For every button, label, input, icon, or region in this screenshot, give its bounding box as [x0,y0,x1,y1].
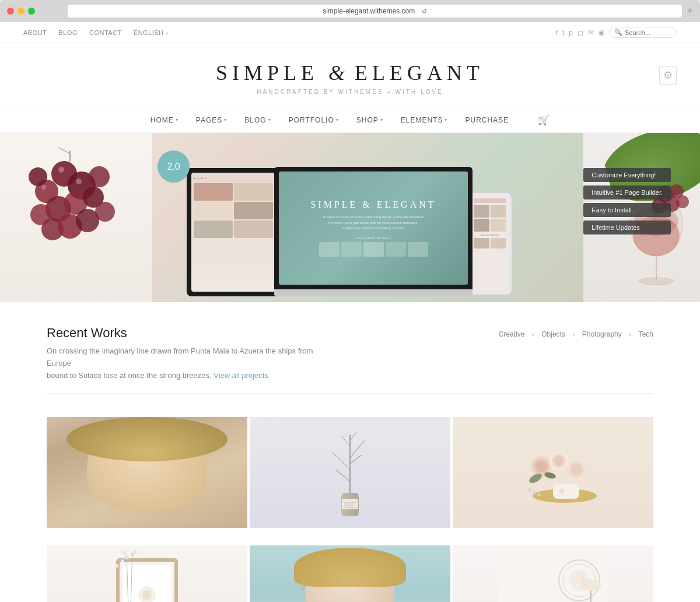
section-description: On crossing the imaginary line drawn fro… [47,345,327,382]
language-dropdown-icon: ▾ [166,31,169,36]
close-button[interactable] [7,8,14,15]
laptop-thumb [408,242,428,257]
nav-home[interactable]: HOME ▾ [150,116,178,124]
feature-tag-updates: Lifetime Updates [583,220,671,235]
pinterest-icon[interactable]: p [569,29,573,37]
tablet-grid-item [194,220,233,238]
browser-window: simple-elegant.withemes.com ↺ + [0,0,700,22]
site-tagline: HANDCRAFTED BY WITHEMES – WITH LOVE [23,89,677,95]
filter-photography[interactable]: Photography [582,330,622,338]
laptop-base [274,289,473,296]
phone-screen: Recent Works [472,197,508,291]
laptop-screen-wrap: SIMPLE & ELEGANT At night the body of cl… [274,167,473,289]
cart-icon[interactable]: 🛒 [538,114,550,125]
phone-header [474,198,506,203]
tablet-mockup: ● ● ● ● [187,168,280,296]
filter-creative[interactable]: Creative [499,330,525,338]
top-bar: ABOUT BLOG CONTACT ENGLISH ▾ f t p ◻ ✉ ◉… [0,22,700,43]
main-nav: HOME ▾ PAGES ▾ BLOG ▾ PORTFOLIO ▾ SHOP ▾… [0,107,700,133]
phone-grid-item-sm [491,238,506,249]
laptop-thumb [386,242,406,257]
traffic-lights [7,8,35,15]
phone-mockup: Recent Works [467,191,513,296]
portfolio-item-6[interactable] [453,545,653,602]
tablet-grid-item [234,202,273,219]
nav-purchase[interactable]: PURCHASE [465,116,509,124]
shop-dropdown-arrow: ▾ [380,117,383,123]
portfolio-row-2 [0,545,700,602]
feature-tag-builder: Intuitive #1 Page Builder. [583,186,671,200]
elements-dropdown-arrow: ▾ [444,117,447,123]
phone-grid-item [491,219,506,232]
phone-grid-item [474,205,489,218]
version-badge: 2.0 [158,150,190,183]
laptop-mockup: SIMPLE & ELEGANT At night the body of cl… [274,167,473,296]
title-ampersand: & [328,61,355,85]
topbar-right: f t p ◻ ✉ ◉ 🔍 [556,27,677,38]
tablet-grid-item [194,183,233,201]
nav-shop[interactable]: SHOP ▾ [356,116,383,124]
portfolio-item-3[interactable] [453,417,653,528]
laptop-site-title: SIMPLE & ELEGANT [310,200,436,210]
phone-grid-item-sm [474,238,489,249]
nav-portfolio[interactable]: PORTFOLIO ▾ [289,116,339,124]
refresh-icon[interactable]: ↺ [422,8,427,15]
new-tab-button[interactable]: + [687,6,693,16]
recent-works-header: Recent Works On crossing the imaginary l… [47,326,653,382]
laptop-thumb [319,242,340,257]
works-filter: Creative ● Objects ● Photography ● Tech [499,326,653,338]
address-bar[interactable]: simple-elegant.withemes.com ↺ [68,5,682,18]
section-title: Recent Works [47,326,327,341]
site-title: SIMPLE & ELEGANT [23,61,677,85]
pages-dropdown-arrow: ▾ [224,117,227,123]
maximize-button[interactable] [28,8,35,15]
blog-dropdown-arrow: ▾ [268,117,271,123]
topbar-blog[interactable]: BLOG [58,29,78,36]
instagram-icon[interactable]: ◻ [578,29,583,37]
topbar-about[interactable]: ABOUT [23,29,47,36]
site-header: SIMPLE & ELEGANT HANDCRAFTED BY WITHEMES… [0,43,700,107]
laptop-body-text: At night the body of clouds advancing hi… [323,215,424,232]
portfolio-item-4[interactable] [47,545,247,602]
tablet-grid-item [234,220,273,238]
phone-grid-item [474,219,489,232]
feature-tag-install: Easy to Install. [583,203,671,217]
filter-dot: ● [629,332,632,337]
facebook-icon[interactable]: f [556,29,558,37]
feature-tag-customize: Customize Everything! [583,168,671,182]
portfolio-item-1[interactable] [47,417,247,528]
phone-recent-label: Recent Works [474,233,506,237]
portfolio-item-2[interactable] [250,417,450,528]
tablet-grid-item [194,202,233,219]
site-logo-area: SIMPLE & ELEGANT HANDCRAFTED BY WITHEMES… [23,61,677,95]
topbar-contact[interactable]: CONTACT [89,29,122,36]
search-bar[interactable]: 🔍 [609,27,677,38]
portfolio-grid [0,417,700,545]
rss-icon[interactable]: ◉ [598,29,604,37]
filter-tech[interactable]: Tech [639,330,653,338]
portfolio-dropdown-arrow: ▾ [336,117,339,123]
nav-blog[interactable]: BLOG ▾ [244,116,271,124]
minimize-button[interactable] [18,8,24,15]
mail-icon[interactable]: ✉ [588,29,594,37]
hero-banner: 2.0 ● ● ● ● [0,133,700,302]
view-all-link[interactable]: View all projects [214,371,268,380]
laptop-thumb [341,242,362,257]
laptop-thumbnails [319,242,428,257]
feature-tags: Customize Everything! Intuitive #1 Page … [583,168,671,235]
url-text: simple-elegant.withemes.com [323,7,415,15]
tablet-screen: ● ● ● ● [191,173,275,292]
settings-icon[interactable]: ⚙ [659,66,677,85]
search-input[interactable] [625,29,671,36]
topbar-language[interactable]: ENGLISH ▾ [134,29,169,36]
tablet-grid-item [234,183,273,201]
phone-grid-item [491,205,506,218]
nav-elements[interactable]: ELEMENTS ▾ [401,116,448,124]
topbar-nav: ABOUT BLOG CONTACT ENGLISH ▾ [23,29,169,36]
laptop-featured-label: FEATURED WORKS [356,236,391,240]
filter-objects[interactable]: Objects [541,330,565,338]
twitter-icon[interactable]: t [562,29,564,37]
portfolio-item-5[interactable] [250,545,450,602]
nav-pages[interactable]: PAGES ▾ [196,116,227,124]
search-icon: 🔍 [614,29,622,36]
